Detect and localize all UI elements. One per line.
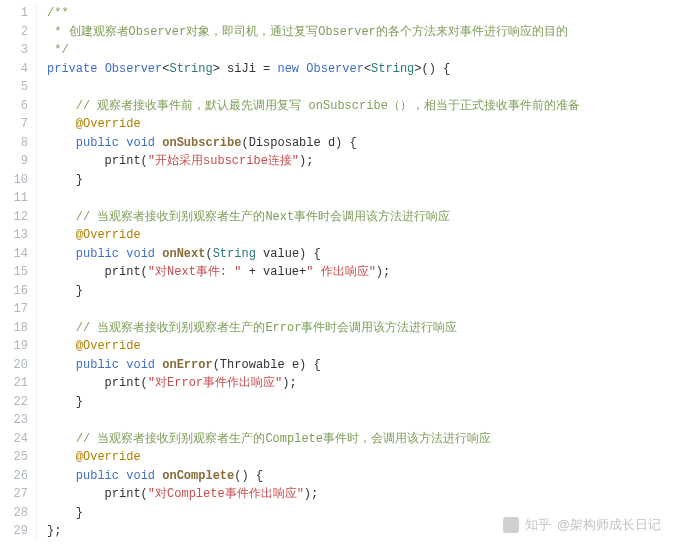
- line-number: 16: [0, 282, 28, 301]
- line-number: 1: [0, 4, 28, 23]
- code-line: @Override: [47, 115, 679, 134]
- code-line: * 创建观察者Observer对象，即司机，通过复写Observer的各个方法来…: [47, 23, 679, 42]
- line-number: 21: [0, 374, 28, 393]
- line-number: 23: [0, 411, 28, 430]
- line-number: 29: [0, 522, 28, 541]
- code-line: public void onError(Throwable e) {: [47, 356, 679, 375]
- code-line: public void onNext(String value) {: [47, 245, 679, 264]
- line-number: 11: [0, 189, 28, 208]
- code-line: [47, 78, 679, 97]
- line-number: 18: [0, 319, 28, 338]
- line-number: 12: [0, 208, 28, 227]
- code-line: }: [47, 282, 679, 301]
- line-number: 10: [0, 171, 28, 190]
- line-number: 14: [0, 245, 28, 264]
- line-number: 20: [0, 356, 28, 375]
- line-number: 7: [0, 115, 28, 134]
- code-line: [47, 189, 679, 208]
- line-number: 15: [0, 263, 28, 282]
- line-number: 13: [0, 226, 28, 245]
- code-line: @Override: [47, 337, 679, 356]
- line-number: 25: [0, 448, 28, 467]
- line-number-gutter: 1234567891011121314151617181920212223242…: [0, 4, 37, 541]
- code-line: /**: [47, 4, 679, 23]
- code-line: print("对Complete事件作出响应");: [47, 485, 679, 504]
- code-line: // 当观察者接收到别观察者生产的Next事件时会调用该方法进行响应: [47, 208, 679, 227]
- code-line: // 观察者接收事件前，默认最先调用复写 onSubscribe（），相当于正式…: [47, 97, 679, 116]
- code-line: }: [47, 393, 679, 412]
- code-line: // 当观察者接收到别观察者生产的Complete事件时，会调用该方法进行响应: [47, 430, 679, 449]
- code-line: */: [47, 41, 679, 60]
- code-line: print("对Next事件: " + value+" 作出响应");: [47, 263, 679, 282]
- source-code[interactable]: /** * 创建观察者Observer对象，即司机，通过复写Observer的各…: [37, 4, 679, 541]
- code-line: print("开始采用subscribe连接");: [47, 152, 679, 171]
- line-number: 4: [0, 60, 28, 79]
- code-block: 1234567891011121314151617181920212223242…: [0, 0, 679, 541]
- line-number: 17: [0, 300, 28, 319]
- line-number: 27: [0, 485, 28, 504]
- code-line: [47, 300, 679, 319]
- code-line: @Override: [47, 226, 679, 245]
- line-number: 22: [0, 393, 28, 412]
- code-line: }: [47, 504, 679, 523]
- line-number: 24: [0, 430, 28, 449]
- line-number: 28: [0, 504, 28, 523]
- code-line: public void onSubscribe(Disposable d) {: [47, 134, 679, 153]
- line-number: 3: [0, 41, 28, 60]
- line-number: 2: [0, 23, 28, 42]
- code-line: private Observer<String> siJi = new Obse…: [47, 60, 679, 79]
- line-number: 8: [0, 134, 28, 153]
- code-line: }: [47, 171, 679, 190]
- line-number: 5: [0, 78, 28, 97]
- code-line: public void onComplete() {: [47, 467, 679, 486]
- code-line: // 当观察者接收到别观察者生产的Error事件时会调用该方法进行响应: [47, 319, 679, 338]
- line-number: 6: [0, 97, 28, 116]
- line-number: 9: [0, 152, 28, 171]
- code-line: };: [47, 522, 679, 541]
- line-number: 19: [0, 337, 28, 356]
- line-number: 26: [0, 467, 28, 486]
- code-line: @Override: [47, 448, 679, 467]
- code-line: print("对Error事件作出响应");: [47, 374, 679, 393]
- code-line: [47, 411, 679, 430]
